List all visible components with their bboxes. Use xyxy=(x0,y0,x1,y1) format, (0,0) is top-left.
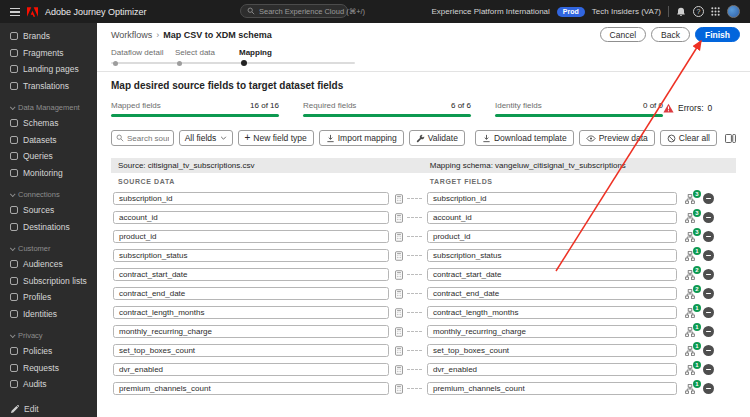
calculated-field-icon[interactable] xyxy=(395,308,403,318)
sidebar-edit-button[interactable]: Edit xyxy=(10,404,39,414)
global-search-input[interactable]: Search Experience Cloud (⌘+/) xyxy=(240,4,348,18)
sidebar-item-landing-pages[interactable]: Landing pages xyxy=(0,61,97,78)
calculated-field-icon[interactable] xyxy=(395,289,403,299)
sidebar-item-identities[interactable]: Identities xyxy=(0,306,97,323)
sidebar-item-sources[interactable]: Sources xyxy=(0,202,97,219)
sidebar-item-audiences[interactable]: Audiences xyxy=(0,256,97,273)
source-fields-search[interactable] xyxy=(111,130,174,146)
schema-structure-icon[interactable]: 1 xyxy=(685,308,695,318)
back-button[interactable]: Back xyxy=(651,27,690,42)
target-field-input[interactable]: dvr_enabled xyxy=(427,363,677,376)
calculated-field-icon[interactable] xyxy=(395,194,403,204)
source-field-input[interactable]: contract_length_months xyxy=(113,306,389,319)
schema-structure-icon[interactable]: 3 xyxy=(685,213,695,223)
remove-mapping-icon[interactable] xyxy=(703,307,714,318)
target-field-input[interactable]: monthly_recurring_charge xyxy=(427,325,677,338)
sandbox-switcher[interactable]: Tech Insiders (VA7) xyxy=(592,7,661,16)
preview-data-button[interactable]: Preview data xyxy=(579,130,655,146)
sidebar-item-subscription-lists[interactable]: Subscription lists xyxy=(0,273,97,290)
target-field-input[interactable]: subscription_id xyxy=(427,192,677,205)
step-select-data[interactable]: Select data xyxy=(175,48,239,57)
schema-structure-icon[interactable]: 2 xyxy=(685,289,695,299)
calculated-field-icon[interactable] xyxy=(395,327,403,337)
schema-structure-icon[interactable]: 2 xyxy=(685,270,695,280)
env-badge[interactable]: Prod xyxy=(557,7,585,17)
source-field-input[interactable]: dvr_enabled xyxy=(113,363,389,376)
sidebar-item-profiles[interactable]: Profiles xyxy=(0,289,97,306)
step-dataflow-detail[interactable]: Dataflow detail xyxy=(111,48,175,57)
import-mapping-button[interactable]: Import mapping xyxy=(319,130,404,146)
sidebar-item-translations[interactable]: Translations xyxy=(0,78,97,95)
panel-layout-toggle-icon[interactable] xyxy=(725,134,736,143)
schema-structure-icon[interactable]: 3 xyxy=(685,232,695,242)
sidebar-item-brands[interactable]: Brands xyxy=(0,28,97,45)
sidebar-item-requests[interactable]: Requests xyxy=(0,360,97,377)
schema-structure-icon[interactable]: 1 xyxy=(685,251,695,261)
sidebar-item-policies[interactable]: Policies xyxy=(0,343,97,360)
remove-mapping-icon[interactable] xyxy=(703,364,714,375)
remove-mapping-icon[interactable] xyxy=(703,288,714,299)
target-field-input[interactable]: set_top_boxes_count xyxy=(427,344,677,357)
cancel-button[interactable]: Cancel xyxy=(600,27,646,42)
schema-structure-icon[interactable]: 1 xyxy=(685,365,695,375)
remove-mapping-icon[interactable] xyxy=(703,345,714,356)
source-field-input[interactable]: contract_start_date xyxy=(113,268,389,281)
download-template-button[interactable]: Download template xyxy=(475,130,574,146)
clear-all-button[interactable]: Clear all xyxy=(660,130,717,146)
source-field-input[interactable]: set_top_boxes_count xyxy=(113,344,389,357)
target-field-input[interactable]: account_id xyxy=(427,211,677,224)
calculated-field-icon[interactable] xyxy=(395,251,403,261)
source-field-input[interactable]: premium_channels_count xyxy=(113,382,389,395)
sidebar-item-audits[interactable]: Audits xyxy=(0,376,97,393)
sidebar-item-destinations[interactable]: Destinations xyxy=(0,219,97,236)
fields-filter-select[interactable]: All fields xyxy=(179,130,233,146)
sidebar-item-queries[interactable]: Queries xyxy=(0,148,97,165)
validate-button[interactable]: Validate xyxy=(409,130,465,146)
sidebar-section-customer[interactable]: Customer xyxy=(0,235,97,256)
sidebar-item-monitoring[interactable]: Monitoring xyxy=(0,165,97,182)
sidebar-item-fragments[interactable]: Fragments xyxy=(0,45,97,62)
target-field-input[interactable]: contract_length_months xyxy=(427,306,677,319)
schema-structure-icon[interactable]: 1 xyxy=(685,327,695,337)
source-field-input[interactable]: product_id xyxy=(113,230,389,243)
source-field-input[interactable]: monthly_recurring_charge xyxy=(113,325,389,338)
target-field-input[interactable]: contract_start_date xyxy=(427,268,677,281)
target-field-input[interactable]: premium_channels_count xyxy=(427,382,677,395)
apps-grid-icon[interactable] xyxy=(711,7,720,16)
remove-mapping-icon[interactable] xyxy=(703,269,714,280)
remove-mapping-icon[interactable] xyxy=(703,193,714,204)
avatar[interactable] xyxy=(727,5,740,18)
target-field-input[interactable]: contract_end_date xyxy=(427,287,677,300)
sidebar-section-connections[interactable]: Connections xyxy=(0,181,97,202)
schema-structure-icon[interactable]: 3 xyxy=(685,194,695,204)
remove-mapping-icon[interactable] xyxy=(703,231,714,242)
remove-mapping-icon[interactable] xyxy=(703,212,714,223)
remove-mapping-icon[interactable] xyxy=(703,326,714,337)
source-fields-search-input[interactable] xyxy=(127,134,169,143)
sidebar-item-schemas[interactable]: Schemas xyxy=(0,115,97,132)
schema-structure-icon[interactable]: 1 xyxy=(685,384,695,394)
sidebar-section-data-management[interactable]: Data Management xyxy=(0,94,97,115)
target-field-input[interactable]: product_id xyxy=(427,230,677,243)
calculated-field-icon[interactable] xyxy=(395,384,403,394)
finish-button[interactable]: Finish xyxy=(695,27,740,42)
calculated-field-icon[interactable] xyxy=(395,365,403,375)
remove-mapping-icon[interactable] xyxy=(703,383,714,394)
remove-mapping-icon[interactable] xyxy=(703,250,714,261)
calculated-field-icon[interactable] xyxy=(395,232,403,242)
notifications-icon[interactable] xyxy=(676,7,686,17)
step-mapping[interactable]: Mapping xyxy=(239,48,303,57)
calculated-field-icon[interactable] xyxy=(395,270,403,280)
sidebar-section-privacy[interactable]: Privacy xyxy=(0,322,97,343)
menu-icon[interactable] xyxy=(10,8,20,16)
new-field-type-button[interactable]: + New field type xyxy=(238,130,314,146)
source-field-input[interactable]: subscription_id xyxy=(113,192,389,205)
help-icon[interactable]: ? xyxy=(693,6,704,17)
breadcrumb-workflows[interactable]: Workflows xyxy=(111,30,152,40)
source-field-input[interactable]: contract_end_date xyxy=(113,287,389,300)
source-field-input[interactable]: account_id xyxy=(113,211,389,224)
calculated-field-icon[interactable] xyxy=(395,213,403,223)
target-field-input[interactable]: subscription_status xyxy=(427,249,677,262)
calculated-field-icon[interactable] xyxy=(395,346,403,356)
sidebar-item-datasets[interactable]: Datasets xyxy=(0,132,97,149)
